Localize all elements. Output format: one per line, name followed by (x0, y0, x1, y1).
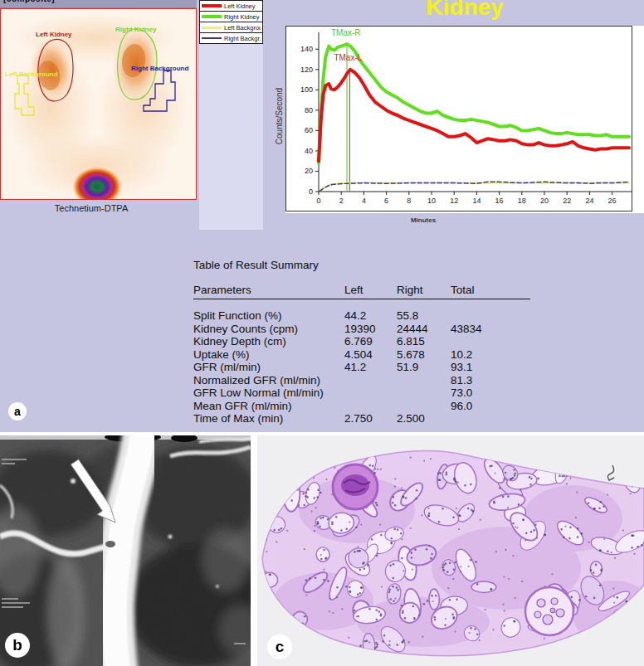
table-cell: 55.8 (397, 309, 451, 323)
svg-text:100: 100 (300, 85, 313, 94)
table-title: Table of Result Summary (193, 259, 530, 271)
svg-text:0: 0 (309, 187, 313, 196)
legend-swatch (202, 27, 222, 29)
table-cell: 19390 (344, 323, 397, 336)
svg-text:26: 26 (608, 197, 617, 205)
table-cell: 51.9 (397, 361, 451, 374)
svg-text:60: 60 (305, 126, 313, 134)
scintigraphy-caption: Technetium-DTPA (0, 203, 183, 213)
svg-text:20: 20 (305, 167, 313, 175)
table-cell (451, 309, 530, 323)
tmax-annotation-label: TMax-R (331, 28, 361, 37)
table-cell: Mean GFR (ml/min) (193, 400, 344, 413)
table-row: Kidney Depth (cm)6.7696.815 (193, 335, 530, 348)
glomerulus (525, 587, 573, 635)
y-axis-label: Counts/Second (275, 66, 286, 166)
table-cell: 5.678 (397, 348, 451, 362)
table-column-header: Total (451, 283, 530, 299)
result-summary: Table of Result Summary ParametersLeftRi… (193, 259, 530, 425)
table-row: Uptake (%)4.5045.67810.2 (193, 348, 530, 362)
table-column-header: Left (344, 283, 397, 299)
table-cell (397, 386, 451, 400)
renogram-chart-panel: 0246810121416182022242602040608010012014… (285, 26, 644, 213)
figure-label-a: a (8, 402, 27, 421)
table-cell (451, 335, 530, 348)
table-row: Split Function (%)44.255.8 (193, 309, 530, 323)
svg-text:24: 24 (585, 197, 593, 205)
table-cell: Kidney Counts (cpm) (193, 323, 344, 336)
table-row: Mean GFR (ml/min)96.0 (193, 400, 530, 413)
legend-item: Right Backgr... (199, 32, 263, 44)
table-cell: Normalized GFR (ml/min) (193, 374, 344, 387)
legend-swatch (202, 37, 222, 39)
svg-text:16: 16 (495, 197, 504, 205)
table-row: Time of Max (min)2.7502.500 (193, 412, 530, 425)
legend-swatch (202, 15, 222, 18)
svg-text:40: 40 (305, 147, 313, 155)
legend-item: Left Background (199, 22, 263, 33)
table-row: Kidney Counts (cpm)193902444443834 (193, 323, 530, 336)
table-cell (344, 400, 397, 413)
roi-label-left-kidney: Left Kidney (36, 31, 72, 38)
svg-text:4: 4 (362, 197, 366, 205)
legend-label: Left Background (224, 24, 261, 32)
svg-text:14: 14 (472, 197, 481, 205)
svg-text:0: 0 (316, 197, 320, 205)
table-cell (451, 412, 530, 425)
figure-label-c-text: c (276, 638, 285, 656)
table-cell: 6.815 (397, 335, 451, 348)
legend-swatch (202, 4, 222, 7)
figure-label-b-text: b (12, 636, 22, 654)
table-cell (397, 374, 451, 387)
table-cell (344, 386, 397, 400)
legend-label: Right Backgr... (224, 35, 261, 42)
legend-item: Left Kidney (199, 0, 263, 12)
table-column-header: Parameters (193, 283, 344, 299)
table-row: GFR Low Normal (ml/min)73.0 (193, 386, 530, 400)
table-cell: GFR Low Normal (ml/min) (193, 386, 344, 400)
figure-label-c: c (267, 634, 292, 659)
legend-label: Right Kidney (224, 13, 260, 21)
table-row: Normalized GFR (ml/min)81.3 (193, 374, 530, 387)
table-row: GFR (ml/min)41.251.993.1 (193, 361, 530, 374)
table-cell: 6.769 (344, 335, 397, 348)
tmax-annotation-label: TMax-L (334, 53, 362, 62)
renogram-chart: 0246810121416182022242602040608010012014… (285, 26, 644, 213)
table-cell: 2.500 (397, 412, 451, 425)
table-cell: 73.0 (451, 386, 530, 400)
scintigraphy-title-text: [composite] (0, 0, 197, 3)
table-cell: 4.504 (344, 348, 397, 362)
svg-text:120: 120 (300, 66, 313, 74)
scintigraphy-art (1, 9, 196, 199)
panel-b-ct-angiogram: b (0, 435, 251, 666)
table-cell: Kidney Depth (cm) (193, 335, 344, 348)
legend-item: Right Kidney (199, 11, 263, 22)
ct-angiogram-image (0, 435, 251, 666)
table-cell: 96.0 (451, 400, 530, 413)
table-cell (397, 400, 451, 413)
figure-label-a-text: a (14, 405, 21, 418)
panel-c-histology: c (257, 435, 644, 666)
svg-text:18: 18 (518, 197, 526, 205)
roi-label-left-background: Left Background (5, 70, 58, 78)
scintigraphy-image: Left Kidney Right Kidney Left Background… (0, 8, 197, 200)
result-table: ParametersLeftRightTotal Split Function … (193, 283, 530, 425)
x-axis-label: Minutes (357, 216, 490, 224)
panel-a-renogram-composite: [composite] (0, 0, 644, 432)
table-cell: 81.3 (451, 374, 530, 387)
table-cell: GFR (ml/min) (193, 361, 344, 374)
figure-label-b: b (5, 633, 30, 658)
svg-text:12: 12 (450, 197, 458, 205)
svg-text:8: 8 (407, 197, 411, 205)
curve-legend: Left KidneyRight KidneyLeft BackgroundRi… (199, 0, 263, 230)
roi-label-right-background: Right Background (131, 65, 188, 72)
svg-text:22: 22 (563, 197, 571, 205)
svg-text:10: 10 (427, 197, 436, 205)
histology-image (257, 435, 644, 666)
svg-text:80: 80 (305, 106, 313, 114)
svg-text:140: 140 (300, 45, 313, 53)
svg-text:2: 2 (339, 197, 344, 205)
table-cell: Split Function (%) (193, 309, 344, 323)
table-cell: Time of Max (min) (193, 412, 344, 425)
table-cell: 44.2 (344, 309, 397, 323)
